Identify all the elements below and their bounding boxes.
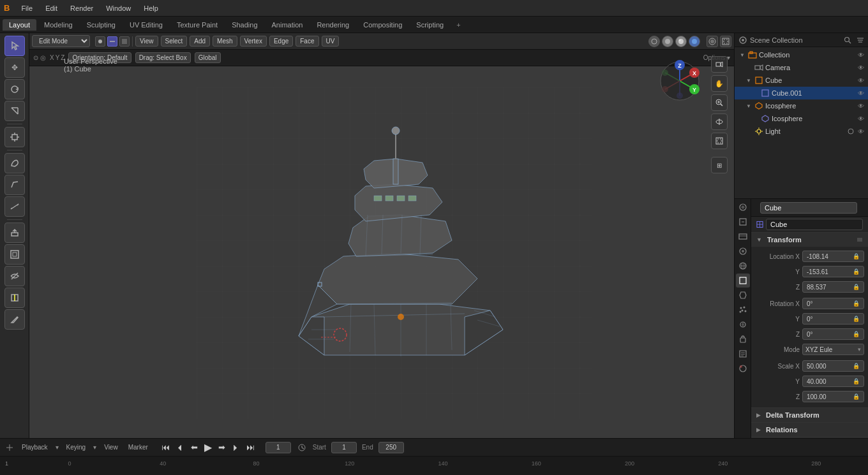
transform-pivot-button[interactable]: Global <box>195 52 221 63</box>
tree-item-icosphere-child[interactable]: ▶ Icosphere 👁 <box>735 112 868 125</box>
object-props-tab[interactable] <box>736 274 750 288</box>
outliner-filter-icon[interactable] <box>857 36 864 44</box>
tree-item-icosphere-parent[interactable]: ▼ Icosphere 👁 <box>735 99 868 112</box>
tree-item-camera[interactable]: ▶ Camera 👁 <box>735 61 868 74</box>
prev-keyframe-button[interactable]: ⬅ <box>189 442 200 452</box>
wireframe-shade-btn[interactable] <box>648 36 660 47</box>
next-keyframe-button[interactable]: ➡ <box>216 442 227 452</box>
modifier-props-tab[interactable] <box>736 288 750 302</box>
annotate-tool-button[interactable] <box>4 153 25 173</box>
pan-view-button[interactable]: ✋ <box>711 75 728 92</box>
zoom-button[interactable] <box>711 94 728 111</box>
material-props-tab[interactable] <box>736 362 750 376</box>
viewport[interactable]: Edit Mode Object Mode View Select Add Me… <box>29 33 734 438</box>
drag-mode-button[interactable]: Drag: Select Box <box>135 52 191 63</box>
face-select-toggle[interactable] <box>119 36 130 47</box>
location-y-field[interactable]: -153.61 🔒 <box>802 266 864 277</box>
keying-menu[interactable]: Keying <box>64 442 89 452</box>
view-menu-timeline[interactable]: View <box>101 442 121 452</box>
scale-y-lock[interactable]: 🔒 <box>853 378 860 384</box>
scene-props-tab[interactable] <box>736 244 750 258</box>
transform-section-header[interactable]: ▼ Transform <box>751 233 868 247</box>
jump-end-button[interactable]: ⏭ <box>244 442 257 452</box>
uv-menu[interactable]: UV <box>322 36 340 47</box>
tab-texture-paint[interactable]: Texture Paint <box>170 19 224 31</box>
location-y-lock[interactable]: 🔒 <box>853 268 860 275</box>
start-frame-input[interactable] <box>331 442 357 453</box>
rotation-z-lock[interactable]: 🔒 <box>853 331 860 337</box>
camera-view-button[interactable] <box>711 56 728 73</box>
face-menu[interactable]: Face <box>296 36 318 47</box>
collections-header[interactable]: ▶ Collections <box>751 437 868 438</box>
tab-modeling[interactable]: Modeling <box>38 19 79 31</box>
play-button[interactable]: ▶ <box>202 441 214 453</box>
scale-x-lock[interactable]: 🔒 <box>853 363 860 369</box>
viewport-gizmo[interactable]: Z X Y <box>657 59 702 103</box>
orbit-button[interactable] <box>711 113 728 130</box>
camera-visibility-icon[interactable]: 👁 <box>858 64 864 71</box>
menu-help[interactable]: Help <box>140 3 162 13</box>
rotation-x-lock[interactable]: 🔒 <box>853 300 860 307</box>
location-x-lock[interactable]: 🔒 <box>853 253 860 259</box>
draw-tool-button[interactable] <box>4 175 25 195</box>
menu-render[interactable]: Render <box>66 3 97 13</box>
rotation-z-field[interactable]: 0° 🔒 <box>802 328 864 340</box>
tab-compositing[interactable]: Compositing <box>357 19 408 31</box>
menu-edit[interactable]: Edit <box>41 3 61 13</box>
select-menu[interactable]: Select <box>161 36 188 47</box>
scale-tool-button[interactable] <box>4 101 25 121</box>
select-tool-button[interactable] <box>4 36 25 56</box>
scale-z-field[interactable]: 100.00 🔒 <box>802 391 864 402</box>
rotate-tool-button[interactable] <box>4 79 25 99</box>
overlay-toggle[interactable] <box>707 36 718 47</box>
viewport-3d-scene[interactable] <box>80 68 708 438</box>
rotation-y-field[interactable]: 0° 🔒 <box>802 313 864 325</box>
transform-more-icon[interactable] <box>857 237 863 243</box>
output-props-tab[interactable] <box>736 215 750 229</box>
solid-shade-btn[interactable] <box>662 36 673 47</box>
move-tool-button[interactable]: ✥ <box>4 57 25 78</box>
tree-item-cube001[interactable]: ▶ Cube.001 👁 <box>735 87 868 99</box>
marker-menu[interactable]: Marker <box>126 442 151 452</box>
tab-uv-editing[interactable]: UV Editing <box>123 19 169 31</box>
object-name-input[interactable] <box>760 202 857 214</box>
rotation-x-field[interactable]: 0° 🔒 <box>802 298 864 309</box>
prev-frame-button[interactable]: ⏴ <box>174 442 186 452</box>
transform-tool-button[interactable] <box>4 127 25 147</box>
location-z-lock[interactable]: 🔒 <box>853 284 860 290</box>
render-props-tab[interactable] <box>736 200 750 214</box>
bevel-tool-button[interactable] <box>4 266 25 286</box>
icosphere-parent-visibility-icon[interactable]: 👁 <box>858 103 864 110</box>
xray-toggle[interactable] <box>720 36 731 47</box>
physics-props-tab[interactable] <box>736 318 750 332</box>
vertex-menu[interactable]: Vertex <box>240 36 267 47</box>
location-z-field[interactable]: 88.537 🔒 <box>802 281 864 293</box>
cube-parent-visibility-icon[interactable]: 👁 <box>858 77 864 84</box>
playback-menu[interactable]: Playback <box>19 442 50 452</box>
view-3d-button[interactable]: ⊞ <box>711 157 728 173</box>
light-settings-icon[interactable] <box>847 128 855 135</box>
orientation-button[interactable]: Orientation: Default <box>68 52 131 63</box>
extrude-tool-button[interactable] <box>4 223 25 243</box>
next-frame-button[interactable]: ⏵ <box>230 442 242 452</box>
loopcut-tool-button[interactable] <box>4 288 25 308</box>
view-layer-props-tab[interactable] <box>736 230 750 244</box>
outliner-search-icon[interactable] <box>844 36 851 44</box>
light-visibility-icon[interactable]: 👁 <box>858 128 864 135</box>
world-props-tab[interactable] <box>736 259 750 273</box>
current-frame-input[interactable] <box>266 442 291 453</box>
rotation-y-lock[interactable]: 🔒 <box>853 316 860 322</box>
constraints-props-tab[interactable] <box>736 332 750 346</box>
edge-select-toggle[interactable] <box>107 36 117 47</box>
add-workspace-button[interactable]: + <box>451 19 465 31</box>
knife-tool-button[interactable] <box>4 309 25 330</box>
rotation-mode-select[interactable]: XYZ Eule ▾ <box>802 344 864 355</box>
particles-props-tab[interactable] <box>736 303 750 317</box>
jump-start-button[interactable]: ⏮ <box>160 442 172 452</box>
icosphere-child-visibility-icon[interactable]: 👁 <box>858 115 864 122</box>
scale-y-field[interactable]: 40.000 🔒 <box>802 376 864 387</box>
edge-menu[interactable]: Edge <box>269 36 293 47</box>
tab-shading[interactable]: Shading <box>225 19 264 31</box>
tree-item-light[interactable]: ▶ Light 👁 <box>735 125 868 138</box>
scale-x-field[interactable]: 50.000 🔒 <box>802 360 864 372</box>
